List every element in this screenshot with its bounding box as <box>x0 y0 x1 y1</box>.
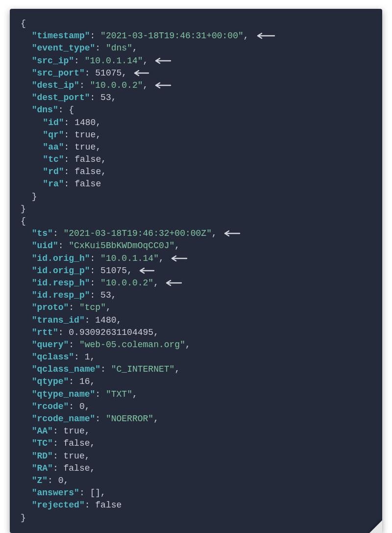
key: "rcode" <box>32 402 69 411</box>
key: "rtt" <box>32 328 58 337</box>
value: 2021-03-18T19:46:31+00:00 <box>106 31 238 41</box>
value: 2021-03-18T19:46:32+00:00Z <box>69 228 206 238</box>
value: 10.0.1.14 <box>90 56 138 66</box>
value: 0.93092631104495 <box>69 328 153 337</box>
value: 0 <box>58 476 64 485</box>
field-id-resp-p: "id.resp_p": 53, <box>21 289 377 302</box>
field-dest-ip: "dest_ip": "10.0.0.2", <box>21 79 377 92</box>
value: C_INTERNET <box>117 364 170 374</box>
field-rejected: "rejected": false <box>21 499 377 511</box>
value: 0 <box>79 402 85 411</box>
brace-open: { <box>21 215 377 228</box>
value: 51075 <box>100 266 127 276</box>
key: "uid" <box>32 241 58 251</box>
arrow-annotation-icon <box>131 69 149 77</box>
key: "RA" <box>32 463 53 473</box>
brace-close: } <box>21 512 377 524</box>
field-timestamp: "timestamp": "2021-03-18T19:46:31+00:00"… <box>21 30 377 42</box>
field-dns: "dns": { <box>21 104 377 116</box>
value: NOERROR <box>111 414 148 424</box>
field-dns-id: "id": 1480, <box>21 117 377 129</box>
key: "rd" <box>43 167 64 177</box>
value: true <box>74 142 96 152</box>
key: "src_port" <box>32 68 85 78</box>
value: 1480 <box>95 315 116 325</box>
field-ra: "RA": false, <box>21 462 377 475</box>
value: false <box>64 438 90 448</box>
field-ts: "ts": "2021-03-18T19:46:32+00:00Z", <box>21 228 377 240</box>
field-src-ip: "src_ip": "10.0.1.14", <box>21 55 377 67</box>
key: "id.resp_h" <box>32 278 90 288</box>
key: "Z" <box>32 476 48 485</box>
field-z: "Z": 0, <box>21 475 377 487</box>
field-id-orig-h: "id.orig_h": "10.0.1.14", <box>21 253 377 265</box>
key: "qclass_name" <box>32 364 100 374</box>
key: "AA" <box>32 426 53 436</box>
key: "rejected" <box>32 500 85 510</box>
value: 1480 <box>74 118 96 127</box>
arrow-annotation-icon <box>253 32 275 40</box>
field-rcode-name: "rcode_name": "NOERROR", <box>21 413 377 425</box>
field-dns-ra: "ra": false <box>21 178 377 190</box>
key: "dest_port" <box>32 93 90 102</box>
value: 10.0.1.14 <box>106 254 153 263</box>
field-tc: "TC": false, <box>21 437 377 450</box>
key: "ts" <box>32 228 53 238</box>
value: 51075 <box>95 68 122 78</box>
field-dns-tc: "tc": false, <box>21 153 377 166</box>
key: "answers" <box>32 488 79 498</box>
key: "rcode_name" <box>32 414 96 424</box>
value: false <box>74 167 101 177</box>
value: false <box>95 500 122 510</box>
value: 10.0.0.2 <box>95 80 137 90</box>
key: "id" <box>43 118 64 127</box>
value: false <box>64 463 90 473</box>
field-uid: "uid": "CxKui5BbKWDmOqCC0J", <box>21 240 377 252</box>
field-rtt: "rtt": 0.93092631104495, <box>21 327 377 339</box>
field-dest-port: "dest_port": 53, <box>21 92 377 104</box>
key: "timestamp" <box>32 31 90 41</box>
field-rcode: "rcode": 0, <box>21 401 377 413</box>
key: "qr" <box>43 130 64 140</box>
code-block: { "timestamp": "2021-03-18T19:46:31+00:0… <box>10 9 382 533</box>
key: "aa" <box>43 142 64 152</box>
value: 53 <box>100 93 111 102</box>
field-qclass-name: "qclass_name": "C_INTERNET", <box>21 363 377 376</box>
key: "trans_id" <box>32 315 85 325</box>
brace-close: } <box>21 203 377 215</box>
key: "proto" <box>32 303 69 312</box>
key: "tc" <box>43 154 64 164</box>
field-id-orig-p: "id.orig_p": 51075, <box>21 265 377 277</box>
value: 10.0.0.2 <box>106 278 148 288</box>
field-aa: "AA": true, <box>21 425 377 437</box>
arrow-annotation-icon <box>152 81 172 89</box>
field-rd: "RD": true, <box>21 450 377 462</box>
value: true <box>74 130 96 140</box>
field-event-type: "event_type": "dns", <box>21 42 377 54</box>
arrow-annotation-icon <box>136 267 155 275</box>
field-qtype: "qtype": 16, <box>21 376 377 388</box>
value: 53 <box>100 290 111 300</box>
value: TXT <box>111 389 127 399</box>
value: CxKui5BbKWDmOqCC0J <box>74 241 169 251</box>
key: "event_type" <box>32 43 96 53</box>
key: "RD" <box>32 451 53 461</box>
field-query: "query": "web-05.coleman.org", <box>21 339 377 351</box>
arrow-annotation-icon <box>168 254 188 262</box>
field-qtype-name: "qtype_name": "TXT", <box>21 388 377 401</box>
key: "src_ip" <box>32 56 74 66</box>
key: "qtype" <box>32 377 69 386</box>
key: "query" <box>32 340 69 350</box>
field-proto: "proto": "tcp", <box>21 302 377 314</box>
key: "qtype_name" <box>32 389 96 399</box>
field-qclass: "qclass": 1, <box>21 351 377 363</box>
field-trans-id: "trans_id": 1480, <box>21 314 377 327</box>
field-dns-aa: "aa": true, <box>21 141 377 153</box>
brace-open: { <box>21 18 377 30</box>
value: true <box>64 426 85 436</box>
value: web-05.coleman.org <box>85 340 180 350</box>
value: dns <box>111 43 127 53</box>
field-src-port: "src_port": 51075, <box>21 67 377 79</box>
key: "id.resp_p" <box>32 290 90 300</box>
value: false <box>74 154 101 164</box>
